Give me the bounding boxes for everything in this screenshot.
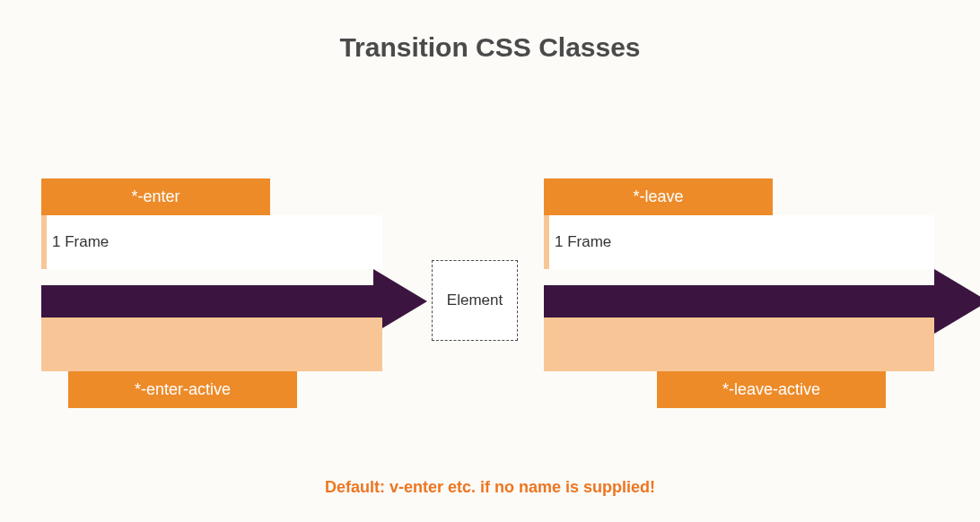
enter-active-bar — [41, 318, 382, 371]
enter-class-text: *-enter — [131, 187, 179, 206]
diagram-title: Transition CSS Classes — [0, 32, 980, 63]
leave-class-label: *-leave — [544, 178, 773, 215]
default-naming-note: Default: v-enter etc. if no name is supp… — [0, 478, 980, 497]
leave-frame-text: 1 Frame — [555, 233, 611, 251]
leave-active-class-text: *-leave-active — [722, 380, 820, 399]
arrow-stem — [544, 285, 934, 318]
element-box: Element — [432, 260, 518, 341]
arrow-head-icon — [934, 269, 980, 334]
enter-class-label: *-enter — [41, 178, 270, 215]
enter-active-class-label: *-enter-active — [68, 371, 297, 408]
enter-frame-text: 1 Frame — [52, 233, 109, 251]
leave-frame-box: 1 Frame — [544, 215, 934, 269]
leave-class-text: *-leave — [633, 187, 683, 206]
enter-frame-box: 1 Frame — [41, 215, 382, 269]
arrow-stem — [41, 285, 373, 318]
element-label: Element — [447, 291, 503, 309]
enter-active-class-text: *-enter-active — [135, 380, 231, 399]
leave-active-class-label: *-leave-active — [657, 371, 886, 408]
leave-active-bar — [544, 318, 934, 371]
